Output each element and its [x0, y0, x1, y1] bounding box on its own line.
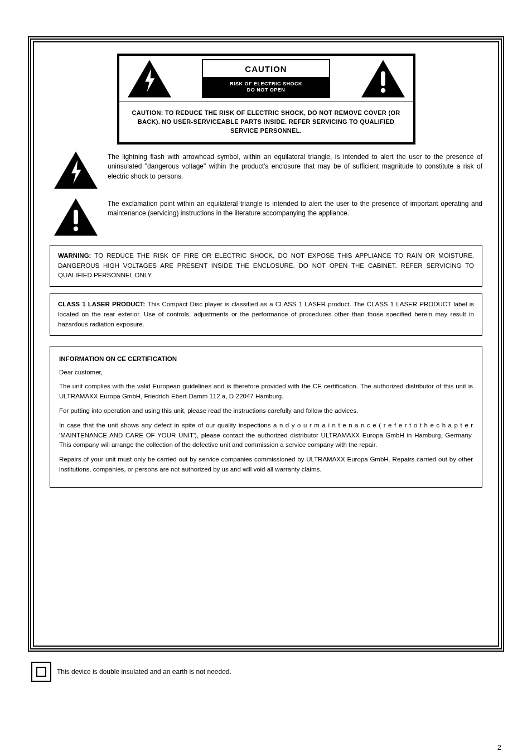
ce-para-repairs: Repairs of your unit must only be carrie…: [59, 455, 473, 475]
caution-box: CAUTION RISK OF ELECTRIC SHOCK DO NOT OP…: [117, 54, 415, 145]
ce-info-box: INFORMATION ON CE CERTIFICATION Dear cus…: [50, 346, 482, 488]
ce-para-compliance: The unit complies with the valid Europea…: [59, 382, 473, 402]
warning-box: WARNING: TO REDUCE THE RISK OF FIRE OR E…: [50, 245, 482, 287]
ce-para-defect: In case that the unit shows any defect i…: [59, 421, 473, 450]
page-number: 2: [497, 743, 501, 752]
lightning-triangle-icon: [127, 60, 172, 98]
caution-label-title: CAUTION: [203, 60, 329, 77]
laser-lead: CLASS 1 LASER PRODUCT:: [58, 301, 145, 307]
warning-text: TO REDUCE THE RISK OF FIRE OR ELECTRIC S…: [58, 252, 474, 279]
exclamation-triangle-icon: [54, 198, 98, 237]
footer-text: This device is double insulated and an e…: [57, 668, 231, 676]
ce-para-operation: For putting into operation and using thi…: [59, 406, 473, 416]
lightning-description-row: The lightning flash with arrowhead symbo…: [54, 151, 482, 190]
exclamation-description-text: The exclamation point within an equilate…: [108, 198, 482, 219]
exclamation-triangle-icon: [361, 60, 405, 98]
svg-point-7: [74, 227, 79, 232]
ce-salutation: Dear customer,: [59, 368, 473, 378]
caution-lower-text: CAUTION: TO REDUCE THE RISK OF ELECTRIC …: [117, 102, 415, 145]
footer-row: This device is double insulated and an e…: [31, 662, 504, 682]
svg-rect-6: [74, 210, 78, 225]
double-insulation-icon: [31, 662, 51, 682]
lightning-description-text: The lightning flash with arrowhead symbo…: [108, 151, 482, 181]
caution-box-top: CAUTION RISK OF ELECTRIC SHOCK DO NOT OP…: [117, 54, 415, 102]
lightning-triangle-icon: [54, 151, 98, 190]
caution-risk-line1: RISK OF ELECTRIC SHOCK: [230, 81, 302, 87]
svg-rect-2: [381, 71, 385, 86]
svg-point-3: [380, 88, 385, 93]
caution-risk-line2: DO NOT OPEN: [247, 87, 286, 93]
caution-label: CAUTION RISK OF ELECTRIC SHOCK DO NOT OP…: [202, 59, 330, 98]
exclamation-description-row: The exclamation point within an equilate…: [54, 198, 482, 237]
ce-title: INFORMATION ON CE CERTIFICATION: [59, 354, 473, 364]
laser-box: CLASS 1 LASER PRODUCT: This Compact Disc…: [50, 293, 482, 335]
warning-lead: WARNING:: [58, 252, 91, 259]
